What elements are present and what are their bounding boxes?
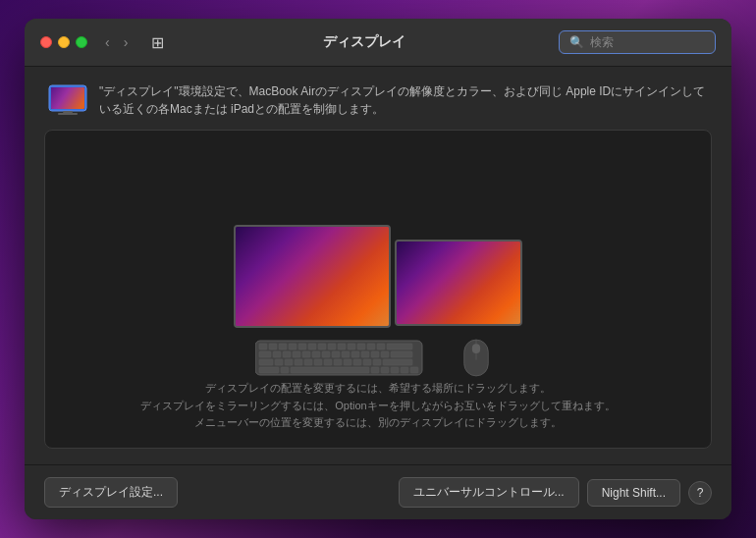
- svg-rect-45: [373, 359, 381, 365]
- svg-rect-9: [289, 344, 297, 350]
- monitor-icon: [48, 84, 87, 116]
- svg-rect-44: [363, 359, 371, 365]
- svg-rect-40: [324, 359, 332, 365]
- svg-rect-7: [269, 344, 277, 350]
- svg-rect-20: [259, 351, 271, 357]
- svg-rect-52: [391, 367, 399, 373]
- secondary-monitor-wallpaper: [397, 242, 520, 324]
- svg-rect-57: [472, 344, 480, 353]
- svg-rect-23: [293, 351, 300, 357]
- svg-rect-51: [381, 367, 389, 373]
- svg-rect-41: [334, 359, 342, 365]
- svg-rect-49: [291, 367, 369, 373]
- svg-rect-32: [381, 351, 389, 357]
- window-title: ディスプレイ: [178, 33, 551, 51]
- titlebar: ‹ › ⊞ ディスプレイ 🔍: [25, 19, 731, 67]
- svg-rect-21: [273, 351, 281, 357]
- footer-right-buttons: ユニバーサルコントロール... Night Shift... ?: [399, 477, 712, 508]
- instructions-text: ディスプレイの配置を変更するには、希望する場所にドラッグします。 ディスプレイを…: [121, 380, 634, 432]
- minimize-button[interactable]: [58, 36, 70, 48]
- search-icon: 🔍: [569, 35, 584, 49]
- svg-rect-33: [391, 351, 412, 357]
- svg-rect-15: [348, 344, 355, 350]
- svg-rect-10: [298, 344, 306, 350]
- svg-rect-12: [318, 344, 326, 350]
- footer: ディスプレイ設定... ユニバーサルコントロール... Night Shift.…: [25, 464, 731, 519]
- svg-rect-39: [314, 359, 322, 365]
- svg-rect-48: [281, 367, 289, 373]
- svg-rect-4: [51, 87, 84, 109]
- svg-rect-36: [285, 359, 293, 365]
- help-button[interactable]: ?: [688, 481, 712, 505]
- secondary-monitor[interactable]: [395, 240, 522, 326]
- svg-rect-27: [332, 351, 340, 357]
- svg-rect-43: [353, 359, 361, 365]
- svg-rect-46: [383, 359, 412, 365]
- content-area: "ディスプレイ"環境設定で、MacBook Airのディスプレイの解像度とカラー…: [25, 67, 731, 464]
- instruction-line-2: ディスプレイをミラーリングするには、Optionキーを押しながらお互いをドラッグ…: [140, 398, 615, 415]
- svg-rect-18: [377, 344, 385, 350]
- main-monitor[interactable]: [234, 225, 391, 328]
- main-monitor-wallpaper: [236, 227, 389, 326]
- instruction-line-1: ディスプレイの配置を変更するには、希望する場所にドラッグします。: [140, 380, 615, 398]
- forward-button[interactable]: ›: [118, 32, 135, 52]
- system-preferences-window: ‹ › ⊞ ディスプレイ 🔍: [25, 19, 731, 519]
- svg-rect-37: [295, 359, 302, 365]
- svg-rect-50: [371, 367, 379, 373]
- svg-rect-28: [342, 351, 350, 357]
- svg-rect-35: [275, 359, 283, 365]
- svg-rect-54: [410, 367, 418, 373]
- display-settings-button[interactable]: ディスプレイ設定...: [44, 477, 178, 508]
- svg-rect-26: [322, 351, 330, 357]
- keyboard-area: [255, 336, 501, 380]
- universal-control-button[interactable]: ユニバーサルコントロール...: [399, 477, 579, 508]
- display-visualization-area: ディスプレイの配置を変更するには、希望する場所にドラッグします。 ディスプレイを…: [44, 130, 712, 449]
- svg-rect-22: [283, 351, 291, 357]
- svg-rect-6: [259, 344, 267, 350]
- maximize-button[interactable]: [76, 36, 87, 48]
- keyboard-icon: [255, 336, 432, 380]
- svg-rect-25: [312, 351, 320, 357]
- grid-button[interactable]: ⊞: [145, 31, 170, 54]
- svg-rect-31: [371, 351, 379, 357]
- svg-rect-11: [308, 344, 316, 350]
- search-box[interactable]: 🔍: [559, 30, 716, 54]
- info-description: "ディスプレイ"環境設定で、MacBook Airのディスプレイの解像度とカラー…: [99, 82, 708, 118]
- mouse-icon: [452, 336, 501, 380]
- instruction-line-3: メニューバーの位置を変更するには、別のディスプレイにドラッグします。: [140, 414, 615, 432]
- monitors-container: [234, 150, 522, 328]
- search-input[interactable]: [590, 35, 705, 49]
- svg-rect-14: [338, 344, 346, 350]
- svg-rect-53: [401, 367, 408, 373]
- svg-rect-16: [357, 344, 365, 350]
- svg-rect-29: [351, 351, 359, 357]
- info-banner: "ディスプレイ"環境設定で、MacBook Airのディスプレイの解像度とカラー…: [44, 82, 712, 118]
- close-button[interactable]: [40, 36, 52, 48]
- night-shift-button[interactable]: Night Shift...: [587, 479, 680, 507]
- svg-rect-47: [259, 367, 279, 373]
- svg-rect-19: [387, 344, 412, 350]
- back-button[interactable]: ‹: [99, 32, 116, 52]
- svg-rect-2: [63, 111, 73, 113]
- svg-rect-3: [58, 113, 78, 115]
- svg-rect-38: [304, 359, 312, 365]
- svg-rect-8: [279, 344, 287, 350]
- nav-buttons: ‹ ›: [99, 32, 134, 52]
- svg-rect-34: [259, 359, 273, 365]
- svg-rect-42: [344, 359, 351, 365]
- svg-rect-30: [361, 351, 369, 357]
- svg-rect-17: [367, 344, 375, 350]
- svg-rect-24: [302, 351, 310, 357]
- svg-rect-13: [328, 344, 336, 350]
- traffic-lights: [40, 36, 87, 48]
